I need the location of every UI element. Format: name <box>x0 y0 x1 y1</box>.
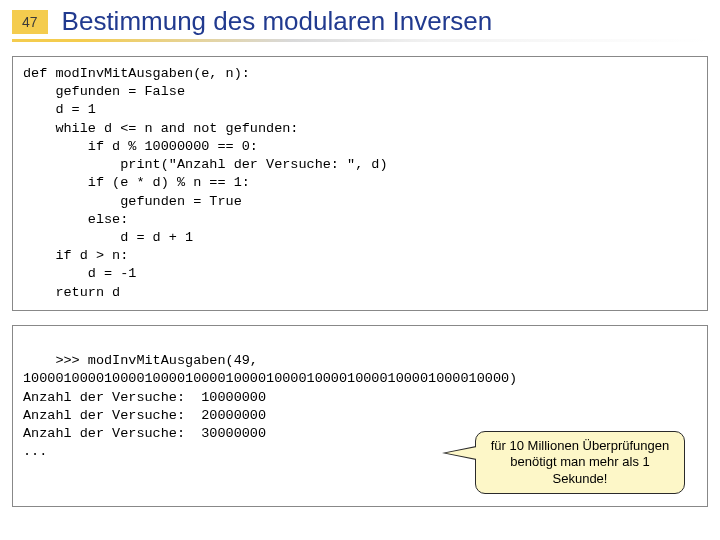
slide: 47 Bestimmung des modularen Inversen def… <box>0 0 720 540</box>
callout-bubble: für 10 Millionen Überprüfungen benötigt … <box>475 431 685 494</box>
output-text: >>> modInvMitAusgaben(49, 10000100001000… <box>23 353 517 459</box>
header-row: 47 Bestimmung des modularen Inversen <box>12 6 708 37</box>
callout-text: für 10 Millionen Überprüfungen benötigt … <box>491 438 670 486</box>
header-divider <box>12 39 708 42</box>
code-output-box: >>> modInvMitAusgaben(49, 10000100001000… <box>12 325 708 507</box>
slide-title: Bestimmung des modularen Inversen <box>62 6 493 37</box>
code-definition-box: def modInvMitAusgaben(e, n): gefunden = … <box>12 56 708 311</box>
page-number-badge: 47 <box>12 10 48 34</box>
callout-tail-fill <box>446 447 477 459</box>
